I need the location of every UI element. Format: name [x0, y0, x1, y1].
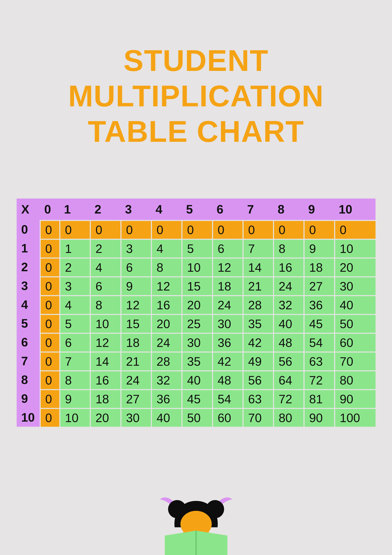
table-cell: 0	[40, 370, 59, 389]
table-cell: 8	[151, 257, 181, 276]
table-cell: 0	[40, 295, 59, 314]
table-cell: 8	[59, 370, 90, 389]
title-line-1: STUDENT	[123, 44, 268, 77]
table-cell: 0	[90, 220, 120, 239]
table-cell: 18	[90, 389, 120, 408]
table-cell: 30	[212, 314, 242, 333]
table-cell: 0	[40, 220, 59, 239]
table-cell: 0	[40, 314, 59, 333]
table-cell: 7	[242, 239, 273, 257]
table-cell: 7	[59, 351, 90, 370]
table-cell: 56	[273, 351, 304, 370]
table-cell: 3	[59, 276, 90, 295]
table-cell: 42	[212, 351, 242, 370]
table-cell: 9	[59, 389, 90, 408]
table-cell: 21	[121, 351, 151, 370]
table-cell: 6	[121, 257, 151, 276]
table-cell: 2	[59, 257, 90, 276]
table-cell: 28	[242, 295, 273, 314]
table-cell: 70	[334, 351, 376, 370]
col-header: 1	[59, 198, 90, 220]
title-line-3: TABLE CHART	[88, 115, 304, 148]
col-header: 6	[212, 198, 242, 220]
table-cell: 12	[121, 295, 151, 314]
table-cell: 64	[273, 370, 304, 389]
table-cell: 30	[334, 276, 376, 295]
table-cell: 25	[181, 314, 212, 333]
table-cell: 60	[212, 408, 242, 427]
table-cell: 15	[121, 314, 151, 333]
table-cell: 0	[334, 220, 376, 239]
table-cell: 49	[242, 351, 273, 370]
row-header: 4	[17, 295, 40, 314]
table-cell: 0	[40, 239, 59, 257]
table-cell: 32	[151, 370, 181, 389]
table-cell: 16	[151, 295, 181, 314]
table-cell: 20	[334, 257, 376, 276]
table-cell: 80	[334, 370, 376, 389]
table-cell: 5	[181, 239, 212, 257]
col-header: 3	[121, 198, 151, 220]
table-cell: 35	[181, 351, 212, 370]
table-cell: 0	[40, 408, 59, 427]
table-cell: 35	[242, 314, 273, 333]
table-cell: 24	[273, 276, 304, 295]
table-cell: 40	[334, 295, 376, 314]
table-cell: 80	[273, 408, 304, 427]
table-cell: 0	[242, 220, 273, 239]
table-cell: 20	[151, 314, 181, 333]
title-line-2: MULTIPLICATION	[68, 79, 324, 113]
table-cell: 48	[212, 370, 242, 389]
table-cell: 54	[304, 333, 334, 351]
row-header: 0	[17, 220, 40, 239]
table-cell: 18	[121, 333, 151, 351]
table-cell: 9	[304, 239, 334, 257]
table-cell: 10	[90, 314, 120, 333]
multiplication-table: X012345678910000000000000101234567891020…	[17, 198, 376, 427]
table-corner: X	[17, 198, 40, 220]
table-cell: 24	[212, 295, 242, 314]
row-header: 5	[17, 314, 40, 333]
table-cell: 36	[304, 295, 334, 314]
table-cell: 0	[121, 220, 151, 239]
col-header: 2	[90, 198, 120, 220]
table-cell: 45	[304, 314, 334, 333]
table-cell: 90	[304, 408, 334, 427]
table-cell: 14	[90, 351, 120, 370]
col-header: 10	[334, 198, 376, 220]
student-icon	[150, 489, 242, 555]
table-cell: 4	[151, 239, 181, 257]
table-cell: 0	[40, 389, 59, 408]
table-cell: 0	[40, 351, 59, 370]
table-cell: 10	[181, 257, 212, 276]
table-cell: 6	[90, 276, 120, 295]
table-cell: 6	[59, 333, 90, 351]
table-cell: 63	[304, 351, 334, 370]
table-cell: 6	[212, 239, 242, 257]
table-cell: 50	[334, 314, 376, 333]
table-cell: 27	[121, 389, 151, 408]
table-cell: 72	[304, 370, 334, 389]
table-cell: 18	[304, 257, 334, 276]
col-header: 8	[273, 198, 304, 220]
table-cell: 0	[273, 220, 304, 239]
table-cell: 20	[181, 295, 212, 314]
table-cell: 90	[334, 389, 376, 408]
table-cell: 5	[59, 314, 90, 333]
table-cell: 48	[273, 333, 304, 351]
table-cell: 0	[304, 220, 334, 239]
table-cell: 0	[40, 276, 59, 295]
table-cell: 63	[242, 389, 273, 408]
table-cell: 30	[121, 408, 151, 427]
table-cell: 0	[181, 220, 212, 239]
table-cell: 12	[151, 276, 181, 295]
table-cell: 24	[121, 370, 151, 389]
table-cell: 2	[90, 239, 120, 257]
table-cell: 40	[181, 370, 212, 389]
table-cell: 20	[90, 408, 120, 427]
table-cell: 4	[59, 295, 90, 314]
table-cell: 27	[304, 276, 334, 295]
multiplication-table-container: X012345678910000000000000101234567891020…	[17, 198, 376, 427]
table-cell: 70	[242, 408, 273, 427]
table-cell: 30	[181, 333, 212, 351]
